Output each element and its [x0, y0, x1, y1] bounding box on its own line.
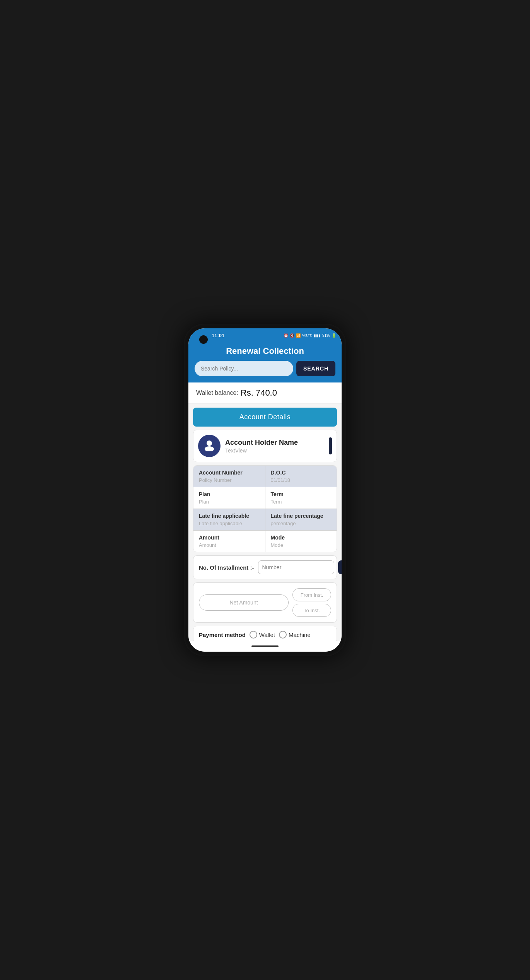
inst-buttons: From Inst. To Inst.	[292, 588, 331, 617]
cell-doc-value: 01/01/18	[271, 477, 332, 483]
machine-radio[interactable]	[279, 631, 287, 639]
cell-amount-label: Amount	[199, 534, 260, 541]
account-holder-name: Account Holder Name	[225, 439, 324, 447]
to-inst-button[interactable]: To Inst.	[292, 604, 331, 617]
avatar	[198, 435, 221, 457]
info-grid-row-4: Amount Amount Mode Mode	[193, 531, 337, 552]
cell-late-fine-pct: Late fine percentage percentage	[265, 509, 337, 530]
cell-late-fine-value: Late fine applicable	[199, 521, 260, 526]
wallet-label: Wallet balance:	[196, 389, 238, 396]
installment-row: No. Of Installment :- VIEW	[199, 560, 331, 574]
cell-account-number: Account Number Policy Number	[193, 466, 265, 487]
wallet-label: Wallet	[259, 632, 275, 638]
cell-late-fine-label: Late fine applicable	[199, 513, 260, 519]
search-row: SEARCH	[195, 361, 335, 376]
cell-mode: Mode Mode	[265, 531, 337, 552]
payment-row: Payment method Wallet Machine	[199, 631, 331, 639]
scroll-indicator	[329, 437, 332, 454]
battery-icon: 🔋	[332, 333, 336, 338]
account-details-banner: Account Details	[193, 408, 337, 427]
wallet-amount: Rs. 740.0	[241, 388, 277, 398]
info-grid-row-2: Plan Plan Term Term	[193, 487, 337, 509]
cell-policy-number-value: Policy Number	[199, 477, 260, 483]
net-amount-button[interactable]: Net Amount	[199, 594, 289, 611]
cell-term: Term Term	[265, 487, 337, 509]
signal-icon: ▮▮▮	[314, 333, 321, 338]
bottom-bar	[188, 641, 342, 652]
account-holder-info: Account Holder Name TextView	[225, 439, 324, 454]
phone-frame: 11:01 ⏰ 🔇 📶 VoLTE ▮▮▮ 91% 🔋 Renewal Coll…	[184, 324, 346, 656]
app-title: Renewal Collection	[195, 346, 335, 356]
info-grid-card: Account Number Policy Number D.O.C 01/01…	[193, 465, 337, 552]
svg-point-0	[207, 440, 212, 446]
cell-mode-value: Mode	[271, 542, 332, 548]
svg-point-1	[205, 446, 214, 451]
from-inst-button[interactable]: From Inst.	[292, 588, 331, 601]
lte-icon: VoLTE	[302, 333, 312, 337]
search-button[interactable]: SEARCH	[296, 361, 335, 376]
wallet-row: Wallet balance: Rs. 740.0	[188, 382, 342, 404]
amount-card: Net Amount From Inst. To Inst.	[193, 582, 337, 623]
cell-account-number-label: Account Number	[199, 470, 260, 476]
battery-text: 91%	[322, 333, 330, 338]
payment-card: Payment method Wallet Machine	[193, 626, 337, 641]
installment-number-input[interactable]	[258, 560, 334, 574]
cell-plan-label: Plan	[199, 491, 260, 497]
content-scroll: Wallet balance: Rs. 740.0 Account Detail…	[188, 382, 342, 641]
cell-plan-value: Plan	[199, 499, 260, 505]
machine-label: Machine	[289, 632, 311, 638]
installment-card: No. Of Installment :- VIEW	[193, 555, 337, 579]
cell-amount: Amount Amount	[193, 531, 265, 552]
account-holder-card: Account Holder Name TextView	[193, 430, 337, 462]
info-grid-row-3: Late fine applicable Late fine applicabl…	[193, 509, 337, 531]
search-input[interactable]	[195, 361, 293, 376]
cell-late-fine: Late fine applicable Late fine applicabl…	[193, 509, 265, 530]
avatar-icon	[203, 438, 216, 454]
camera-notch	[199, 335, 208, 344]
cell-plan: Plan Plan	[193, 487, 265, 509]
status-bar: 11:01 ⏰ 🔇 📶 VoLTE ▮▮▮ 91% 🔋	[188, 328, 342, 342]
cell-doc: D.O.C 01/01/18	[265, 466, 337, 487]
bottom-pill	[251, 645, 279, 647]
cell-late-fine-pct-value: percentage	[271, 521, 332, 526]
cell-term-label: Term	[271, 491, 332, 497]
cell-amount-value: Amount	[199, 542, 260, 548]
cell-mode-label: Mode	[271, 534, 332, 541]
status-time: 11:01	[212, 333, 224, 338]
app-header: Renewal Collection SEARCH	[188, 342, 342, 382]
account-holder-sub: TextView	[225, 447, 324, 454]
payment-label: Payment method	[199, 632, 246, 638]
view-button[interactable]: VIEW	[338, 560, 342, 574]
cell-late-fine-pct-label: Late fine percentage	[271, 513, 332, 519]
wallet-radio[interactable]	[250, 631, 257, 639]
installment-label: No. Of Installment :-	[199, 564, 254, 571]
mute-icon: 🔇	[290, 333, 294, 338]
cell-doc-label: D.O.C	[271, 470, 332, 476]
account-details-banner-text: Account Details	[239, 413, 291, 421]
cell-term-value: Term	[271, 499, 332, 505]
wifi-icon: 📶	[296, 333, 301, 338]
status-icons: ⏰ 🔇 📶 VoLTE ▮▮▮ 91% 🔋	[284, 333, 336, 338]
phone-screen: 11:01 ⏰ 🔇 📶 VoLTE ▮▮▮ 91% 🔋 Renewal Coll…	[188, 328, 342, 652]
info-grid-row-1: Account Number Policy Number D.O.C 01/01…	[193, 466, 337, 487]
alarm-icon: ⏰	[284, 333, 288, 338]
payment-wallet-option[interactable]: Wallet	[250, 631, 275, 639]
payment-machine-option[interactable]: Machine	[279, 631, 311, 639]
